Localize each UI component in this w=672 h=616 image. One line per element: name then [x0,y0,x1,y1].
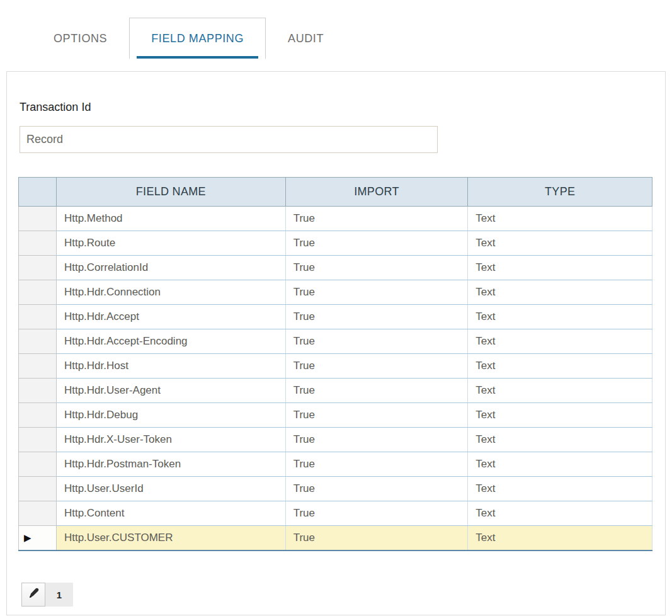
field-name-cell[interactable]: Http.Content [56,501,285,526]
import-cell[interactable]: True [285,280,468,305]
table-row[interactable]: Http.Hdr.AcceptTrueText [19,305,652,329]
grid-pager: 1 [21,583,73,607]
import-cell[interactable]: True [285,526,468,550]
row-selector-cell[interactable] [19,403,57,428]
edit-button[interactable] [21,583,45,607]
table-row[interactable]: Http.Hdr.X-User-TokenTrueText [19,428,652,452]
field-name-cell[interactable]: Http.Hdr.Connection [56,280,285,305]
type-cell[interactable]: Text [468,231,652,256]
type-cell[interactable]: Text [468,526,652,550]
row-selector-cell[interactable]: ▶ [19,526,57,550]
field-name-cell[interactable]: Http.Hdr.X-User-Token [56,428,285,452]
grid-header-row: FIELD NAME IMPORT TYPE [19,178,652,207]
tab-field-mapping[interactable]: FIELD MAPPING [129,18,266,59]
import-cell[interactable]: True [285,231,468,256]
tab-audit[interactable]: AUDIT [266,18,346,59]
field-name-cell[interactable]: Http.Hdr.Accept [56,305,285,329]
import-cell[interactable]: True [285,329,468,354]
row-selector-cell[interactable] [19,305,57,329]
page-1-button[interactable]: 1 [45,583,73,607]
import-cell[interactable]: True [285,256,468,280]
row-selector-cell[interactable] [19,379,57,403]
import-cell[interactable]: True [285,207,468,231]
import-cell[interactable]: True [285,379,468,403]
type-cell[interactable]: Text [468,403,652,428]
column-header-field-name[interactable]: FIELD NAME [56,178,285,207]
column-header-type[interactable]: TYPE [468,178,652,207]
table-row[interactable]: Http.Hdr.HostTrueText [19,354,652,379]
table-row[interactable]: Http.User.UserIdTrueText [19,477,652,501]
type-cell[interactable]: Text [468,329,652,354]
row-selector-cell[interactable] [19,452,57,477]
field-name-cell[interactable]: Http.Hdr.User-Agent [56,379,285,403]
table-row[interactable]: Http.Hdr.User-AgentTrueText [19,379,652,403]
row-selector-cell[interactable] [19,256,57,280]
type-cell[interactable]: Text [468,379,652,403]
import-cell[interactable]: True [285,354,468,379]
tab-strip: OPTIONS FIELD MAPPING AUDIT [31,18,346,59]
field-name-cell[interactable]: Http.Hdr.Accept-Encoding [56,329,285,354]
table-row[interactable]: Http.MethodTrueText [19,207,652,231]
type-cell[interactable]: Text [468,305,652,329]
row-selector-cell[interactable] [19,428,57,452]
table-row[interactable]: Http.Hdr.ConnectionTrueText [19,280,652,305]
table-row[interactable]: Http.Hdr.DebugTrueText [19,403,652,428]
row-selector-cell[interactable] [19,329,57,354]
import-cell[interactable]: True [285,452,468,477]
type-cell[interactable]: Text [468,477,652,501]
table-row[interactable]: Http.Hdr.Accept-EncodingTrueText [19,329,652,354]
field-name-cell[interactable]: Http.Hdr.Postman-Token [56,452,285,477]
row-selector-cell[interactable] [19,207,57,231]
table-row[interactable]: Http.ContentTrueText [19,501,652,526]
field-mapping-grid: FIELD NAME IMPORT TYPE Http.MethodTrueTe… [18,177,652,551]
field-name-cell[interactable]: Http.Route [56,231,285,256]
field-name-cell[interactable]: Http.CorrelationId [56,256,285,280]
table-row[interactable]: Http.CorrelationIdTrueText [19,256,652,280]
tab-options[interactable]: OPTIONS [31,18,129,59]
transaction-id-label: Transaction Id [20,101,91,114]
row-selector-cell[interactable] [19,477,57,501]
import-cell[interactable]: True [285,403,468,428]
import-cell[interactable]: True [285,305,468,329]
field-name-cell[interactable]: Http.User.UserId [56,477,285,501]
table-row[interactable]: Http.RouteTrueText [19,231,652,256]
field-name-cell[interactable]: Http.Method [56,207,285,231]
field-mapping-panel: Transaction Id FIELD NAME IMPORT TYPE Ht… [6,71,666,615]
pencil-icon [27,587,40,602]
table-row[interactable]: ▶Http.User.CUSTOMERTrueText [19,526,652,550]
grid-body: Http.MethodTrueTextHttp.RouteTrueTextHtt… [19,207,652,550]
field-name-cell[interactable]: Http.Hdr.Host [56,354,285,379]
row-selector-cell[interactable] [19,231,57,256]
selector-column-header [19,178,57,207]
type-cell[interactable]: Text [468,501,652,526]
row-selector-cell[interactable] [19,280,57,305]
row-selector-cell[interactable] [19,354,57,379]
column-header-import[interactable]: IMPORT [285,178,468,207]
type-cell[interactable]: Text [468,280,652,305]
type-cell[interactable]: Text [468,256,652,280]
row-selector-cell[interactable] [19,501,57,526]
type-cell[interactable]: Text [468,207,652,231]
selected-row-arrow-icon: ▶ [24,533,31,542]
transaction-id-input[interactable] [20,126,438,153]
import-cell[interactable]: True [285,501,468,526]
type-cell[interactable]: Text [468,452,652,477]
import-cell[interactable]: True [285,428,468,452]
type-cell[interactable]: Text [468,428,652,452]
type-cell[interactable]: Text [468,354,652,379]
table-row[interactable]: Http.Hdr.Postman-TokenTrueText [19,452,652,477]
import-cell[interactable]: True [285,477,468,501]
field-name-cell[interactable]: Http.User.CUSTOMER [56,526,285,550]
field-name-cell[interactable]: Http.Hdr.Debug [56,403,285,428]
